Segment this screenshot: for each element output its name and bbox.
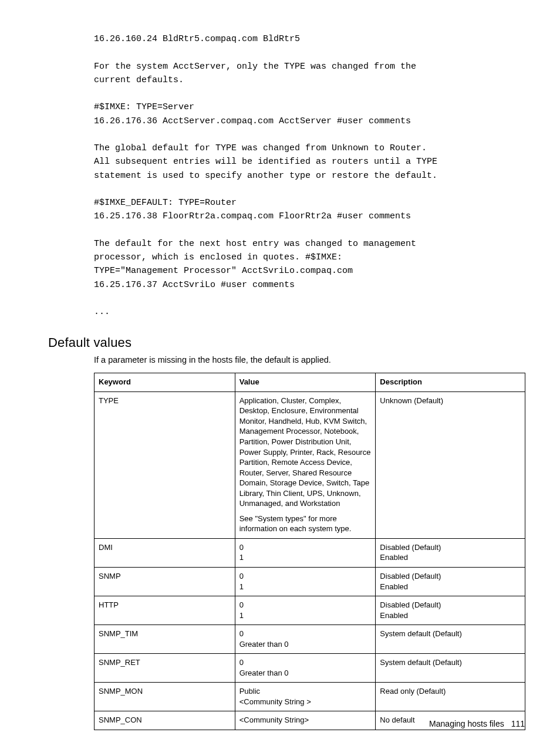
cell-keyword: SNMP_RET bbox=[95, 654, 235, 683]
cell-description: Disabled (Default) Enabled bbox=[376, 568, 525, 596]
cell-value: 0 1 bbox=[235, 568, 376, 596]
cell-keyword: SNMP_TIM bbox=[95, 625, 235, 654]
cell-value: 0 Greater than 0 bbox=[235, 654, 376, 683]
system-types-link[interactable]: "System types" bbox=[255, 514, 306, 523]
cell-keyword: TYPE bbox=[95, 391, 235, 538]
cell-keyword: SNMP_MON bbox=[95, 683, 235, 711]
cell-keyword: SNMP bbox=[95, 568, 235, 596]
document-page: 16.26.160.24 BldRtr5.compaq.com BldRtr5 … bbox=[0, 0, 560, 746]
cell-value: <Community String> bbox=[235, 711, 376, 730]
table-row: SNMP_RET0 Greater than 0System default (… bbox=[95, 654, 525, 683]
cell-description: System default (Default) bbox=[376, 625, 525, 654]
cell-value: Application, Cluster, Complex, Desktop, … bbox=[235, 391, 376, 538]
cell-keyword: HTTP bbox=[95, 596, 235, 625]
cell-description: Disabled (Default) Enabled bbox=[376, 596, 525, 625]
cell-keyword: SNMP_CON bbox=[95, 711, 235, 730]
table-row: DMI0 1Disabled (Default) Enabled bbox=[95, 538, 525, 567]
cell-description: Disabled (Default) Enabled bbox=[376, 538, 525, 567]
col-header-description: Description bbox=[376, 373, 525, 392]
cell-description: Unknown (Default) bbox=[376, 391, 525, 538]
section-intro-text: If a parameter is missing in the hosts f… bbox=[94, 355, 525, 364]
cell-value: 0 1 bbox=[235, 538, 376, 567]
table-header-row: Keyword Value Description bbox=[95, 373, 525, 392]
table-row: SNMP_TIM0 Greater than 0System default (… bbox=[95, 625, 525, 654]
cell-value: 0 Greater than 0 bbox=[235, 625, 376, 654]
table-row: SNMP0 1Disabled (Default) Enabled bbox=[95, 568, 525, 596]
table-row: SNMP_MONPublic <Community String >Read o… bbox=[95, 683, 525, 711]
code-example-block: 16.26.160.24 BldRtr5.compaq.com BldRtr5 … bbox=[94, 32, 525, 319]
cell-value: Public <Community String > bbox=[235, 683, 376, 711]
col-header-value: Value bbox=[235, 373, 376, 392]
page-footer: Managing hosts files 111 bbox=[429, 719, 525, 728]
default-values-table: Keyword Value Description TYPEApplicatio… bbox=[94, 373, 525, 730]
table-row: HTTP0 1Disabled (Default) Enabled bbox=[95, 596, 525, 625]
cell-description: Read only (Default) bbox=[376, 683, 525, 711]
cell-keyword: DMI bbox=[95, 538, 235, 567]
table-body: TYPEApplication, Cluster, Complex, Deskt… bbox=[95, 391, 525, 730]
col-header-keyword: Keyword bbox=[95, 373, 235, 392]
section-heading-default-values: Default values bbox=[48, 335, 525, 350]
footer-text: Managing hosts files bbox=[429, 719, 504, 728]
cell-description: System default (Default) bbox=[376, 654, 525, 683]
table-row: TYPEApplication, Cluster, Complex, Deskt… bbox=[95, 391, 525, 538]
page-number: 111 bbox=[511, 719, 525, 728]
cell-value: 0 1 bbox=[235, 596, 376, 625]
